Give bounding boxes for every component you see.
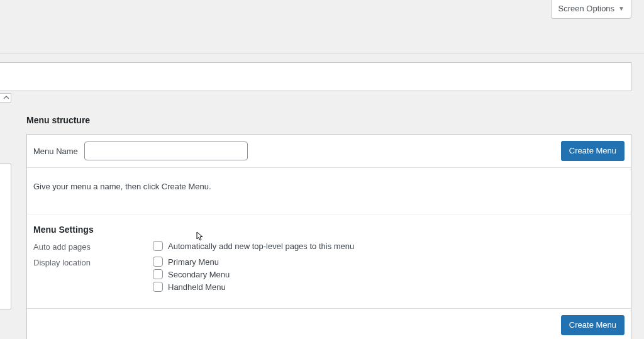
- handheld-menu-checkbox[interactable]: [153, 282, 163, 292]
- menu-settings-title: Menu Settings: [33, 225, 625, 235]
- notice-box: [0, 62, 631, 91]
- display-location-label: Display location: [33, 257, 153, 267]
- create-menu-button-footer[interactable]: Create Menu: [561, 315, 625, 335]
- menu-name-label: Menu Name: [33, 147, 78, 156]
- primary-menu-checkbox[interactable]: [153, 257, 163, 267]
- menu-name-input[interactable]: [84, 142, 248, 160]
- accordion-panel: [0, 164, 11, 309]
- section-title: Menu structure: [26, 115, 631, 125]
- handheld-menu-label[interactable]: Handheld Menu: [168, 282, 226, 292]
- sidebar-partial: [0, 93, 11, 339]
- accordion-collapse[interactable]: [0, 93, 11, 103]
- menu-header: Menu Name Create Menu: [27, 135, 631, 168]
- secondary-menu-label[interactable]: Secondary Menu: [168, 270, 230, 279]
- menu-editor: Menu Name Create Menu Give your menu a n…: [26, 134, 631, 339]
- chevron-up-icon: [3, 94, 9, 101]
- auto-add-option-label[interactable]: Automatically add new top-level pages to…: [168, 242, 354, 251]
- chevron-down-icon: ▼: [618, 4, 625, 13]
- setting-display-location: Display location Primary Menu Secondary …: [33, 257, 625, 292]
- create-menu-button[interactable]: Create Menu: [561, 141, 625, 161]
- screen-options-button[interactable]: Screen Options ▼: [551, 0, 631, 19]
- menu-footer: Create Menu: [27, 308, 631, 339]
- help-text: Give your menu a name, then click Create…: [33, 182, 625, 191]
- primary-menu-label[interactable]: Primary Menu: [168, 257, 219, 267]
- screen-options-label: Screen Options: [558, 3, 614, 15]
- setting-auto-add-pages: Auto add pages Automatically add new top…: [33, 241, 625, 252]
- auto-add-checkbox[interactable]: [153, 241, 163, 251]
- secondary-menu-checkbox[interactable]: [153, 269, 163, 279]
- auto-add-label: Auto add pages: [33, 241, 153, 252]
